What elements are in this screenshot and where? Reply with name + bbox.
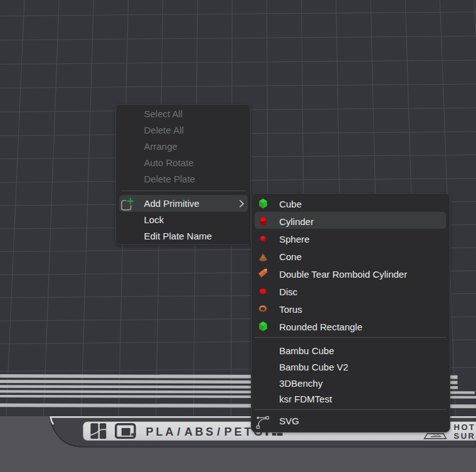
svg-text:PLA/ABS/PETG: PLA/ABS/PETG [146,426,265,438]
svg-text:SUR: SUR [454,431,476,441]
